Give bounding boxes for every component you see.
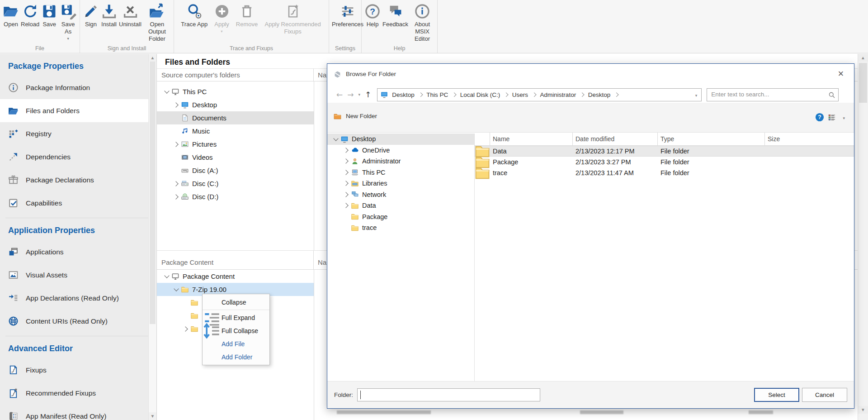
tree-item-this-pc[interactable]: This PC (327, 167, 474, 178)
file-list-column-size[interactable]: Size (765, 133, 854, 145)
folder-input[interactable] (357, 388, 540, 401)
scroll-up-icon[interactable]: ▲ (149, 54, 156, 62)
open-icon (3, 3, 19, 19)
help-icon[interactable]: ? (815, 113, 824, 122)
file-list-column-name[interactable]: Name (490, 133, 573, 145)
close-icon[interactable]: × (834, 67, 848, 81)
ribbon-button-remove[interactable]: Remove (235, 3, 259, 28)
ribbon-button-about-msix-editor[interactable]: About MSIX Editor (409, 3, 435, 43)
ribbon-button-apply[interactable]: Apply▾ (213, 3, 231, 33)
new-folder-button[interactable]: New Folder (333, 112, 377, 120)
cancel-button[interactable]: Cancel (802, 388, 847, 402)
file-row-data[interactable]: Data2/13/2023 12:17 PMFile folder (475, 146, 854, 157)
up-icon[interactable]: ↑ (365, 91, 371, 99)
ribbon-button-sign[interactable]: Sign (82, 3, 100, 28)
tree-item-package[interactable]: Package (327, 211, 474, 223)
menu-item-full-collapse[interactable]: Full Collapse (203, 324, 269, 337)
sidebar-item-fixups[interactable]: Fixups (0, 358, 148, 382)
tree-item-network[interactable]: Network (327, 189, 474, 200)
breadcrumb-item-this-pc[interactable]: This PC (426, 91, 448, 98)
sidebar-item-visual-assets[interactable]: Visual Assets (0, 263, 148, 286)
file-list-column-type[interactable]: Type (658, 133, 765, 145)
menu-item-collapse[interactable]: Collapse (203, 296, 269, 309)
ribbon-button-uninstall[interactable]: Uninstall (118, 3, 142, 28)
view-chevron-down-icon[interactable]: ▾ (843, 116, 845, 120)
save-icon (41, 3, 57, 19)
breadcrumb-item-desktop[interactable]: Desktop (392, 91, 415, 98)
breadcrumb[interactable]: DesktopThis PCLocal Disk (C:)UsersAdmini… (377, 88, 702, 101)
tree-item-administrator[interactable]: Administrator (327, 156, 474, 167)
sidebar-item-package-information[interactable]: Package Information (0, 76, 148, 99)
sidebar-item-recommended-fixups[interactable]: Recommended Fixups (0, 382, 148, 405)
ribbon-button-install[interactable]: Install (100, 3, 118, 28)
sidebar-item-capabilities[interactable]: Capabilities (0, 191, 148, 215)
tree-item-desktop[interactable]: Desktop (327, 134, 474, 145)
file-row-trace[interactable]: trace2/13/2023 11:47 AMFile folder (475, 167, 854, 178)
ribbon-button-apply-recommended-fixups[interactable]: Apply Recommended Fixups (263, 3, 323, 35)
tree-item-disc-d[interactable]: Disc (D:) (157, 190, 314, 203)
tree-item-videos[interactable]: Videos (157, 151, 314, 164)
ribbon-button-save[interactable]: Save (40, 3, 58, 28)
sidebar-scrollbar-thumb[interactable] (150, 62, 156, 324)
ribbon-button-feedback[interactable]: Feedback (382, 3, 409, 28)
ribbon-group-label: Help (362, 45, 437, 52)
breadcrumb-item-local-disk-c[interactable]: Local Disk (C:) (460, 91, 500, 98)
breadcrumb-item-desktop[interactable]: Desktop (588, 91, 611, 98)
ribbon-button-help[interactable]: ?Help (363, 3, 382, 28)
breadcrumb-chevron-down-icon[interactable]: ▾ (695, 93, 698, 98)
tree-item-documents[interactable]: Documents (157, 111, 314, 124)
ribbon-button-open[interactable]: Open (2, 3, 20, 28)
install-icon (101, 3, 117, 19)
tree-item-libraries[interactable]: Libraries (327, 178, 474, 189)
search-icon[interactable] (828, 91, 835, 99)
main-scrollbar-thumb[interactable] (859, 63, 867, 103)
tree-item-pictures[interactable]: Pictures (157, 138, 314, 151)
tree-item-disc-c[interactable]: Disc (C:) (157, 177, 314, 190)
sidebar-item-registry[interactable]: Registry (0, 122, 148, 145)
chevron-right-icon (172, 143, 180, 146)
ribbon-button-open-output-folder[interactable]: Open Output Folder (142, 3, 172, 43)
chevron-right-icon (342, 181, 350, 185)
breadcrumb-item-users[interactable]: Users (512, 91, 528, 98)
sidebar-item-content-uris-read-only[interactable]: Content URIs (Read Only) (0, 310, 148, 333)
view-details-icon[interactable] (828, 114, 836, 121)
sidebar-item-package-declarations[interactable]: Package Declarations (0, 168, 148, 191)
ribbon-button-save-as[interactable]: Save As▾ (58, 3, 78, 41)
source-folders-tree: This PCDesktopDocumentsMusicPicturesVide… (157, 85, 314, 203)
tree-item-disc-a[interactable]: Disc (A:) (157, 164, 314, 177)
ribbon-button-reload[interactable]: Reload (20, 3, 40, 28)
tree-item-onedrive[interactable]: OneDrive (327, 145, 474, 156)
search-input[interactable] (707, 89, 829, 100)
dialog-navigation-bar: ← → ▾ ↑ DesktopThis PCLocal Disk (C:)Use… (327, 86, 854, 103)
file-list-column-date-modified[interactable]: Date modified (573, 133, 658, 145)
menu-item-add-folder[interactable]: Add Folder (203, 350, 269, 363)
breadcrumb-item-administrator[interactable]: Administrator (540, 91, 576, 98)
file-row-package[interactable]: Package2/13/2023 3:27 PMFile folder (475, 157, 854, 167)
tree-item-trace[interactable]: trace (327, 222, 474, 234)
forward-icon[interactable]: → (347, 91, 354, 99)
sidebar-item-app-manifest-read-only[interactable]: App Manifest (Read Only) (0, 405, 148, 420)
tree-item-label: Package Content (183, 272, 235, 280)
ribbon-button-trace-app[interactable]: Trace App (180, 3, 208, 28)
tree-item-music[interactable]: Music (157, 124, 314, 138)
sidebar-scrollbar[interactable]: ▲ ▼ (148, 54, 156, 420)
sidebar-item-files-and-folders[interactable]: Files and Folders (0, 99, 148, 122)
scroll-down-icon[interactable]: ▼ (858, 406, 868, 414)
tree-item-this-pc[interactable]: This PC (157, 85, 314, 98)
sidebar-item-dependencies[interactable]: Dependencies (0, 145, 148, 168)
tree-item-data[interactable]: Data (327, 200, 474, 211)
tree-item-package-content[interactable]: Package Content (157, 270, 314, 283)
sidebar-item-applications[interactable]: Applications (0, 240, 148, 263)
file-list-header: NameDate modifiedTypeSize (475, 133, 854, 146)
ribbon-button-preferences[interactable]: Preferences (331, 3, 364, 28)
scroll-up-icon[interactable]: ▲ (858, 54, 868, 62)
select-button[interactable]: Select (754, 388, 799, 402)
sidebar-item-app-declarations-read-only[interactable]: App Declarations (Read Only) (0, 286, 148, 310)
pictures-icon (181, 140, 189, 148)
file-type: File folder (658, 148, 765, 155)
history-chevron-down-icon[interactable]: ▾ (359, 93, 361, 97)
back-icon[interactable]: ← (336, 91, 343, 99)
main-window-scrollbar[interactable]: ▲ ▼ (858, 54, 868, 420)
tree-item-desktop[interactable]: Desktop (157, 98, 314, 111)
scroll-down-icon[interactable]: ▼ (149, 412, 156, 420)
